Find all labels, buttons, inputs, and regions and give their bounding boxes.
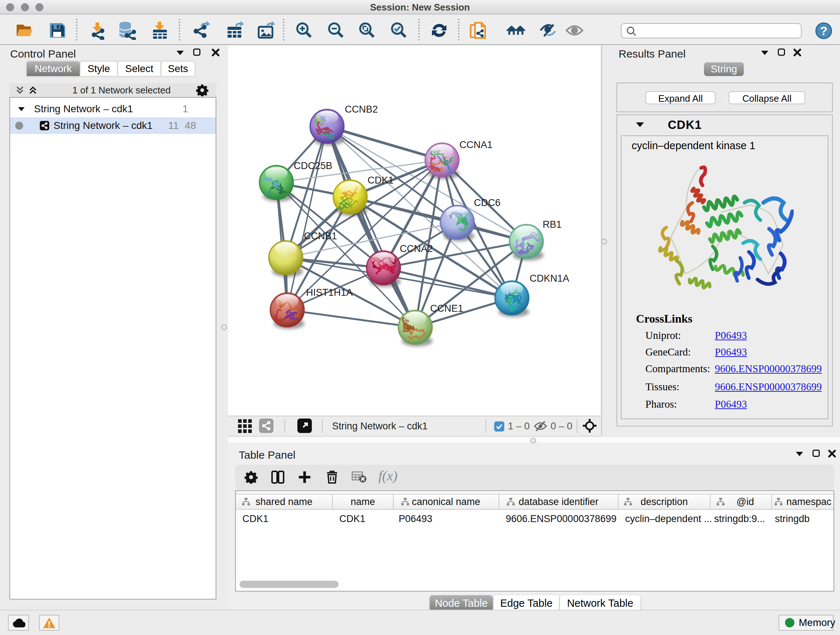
svg-text:CDKN1A: CDKN1A xyxy=(530,273,569,284)
svg-text:CCNA1: CCNA1 xyxy=(459,139,493,150)
svg-text:CCNB1: CCNB1 xyxy=(304,231,337,241)
svg-text:CCNB2: CCNB2 xyxy=(345,104,378,115)
svg-text:CDC25B: CDC25B xyxy=(294,160,332,171)
svg-text:RB1: RB1 xyxy=(543,219,562,230)
svg-text:CDC6: CDC6 xyxy=(474,197,501,208)
svg-text:CCNA2: CCNA2 xyxy=(400,243,433,254)
svg-text:CCNE1: CCNE1 xyxy=(430,303,463,314)
svg-text:HIST1H1A: HIST1H1A xyxy=(306,287,353,298)
svg-text:CDK1: CDK1 xyxy=(368,175,393,186)
